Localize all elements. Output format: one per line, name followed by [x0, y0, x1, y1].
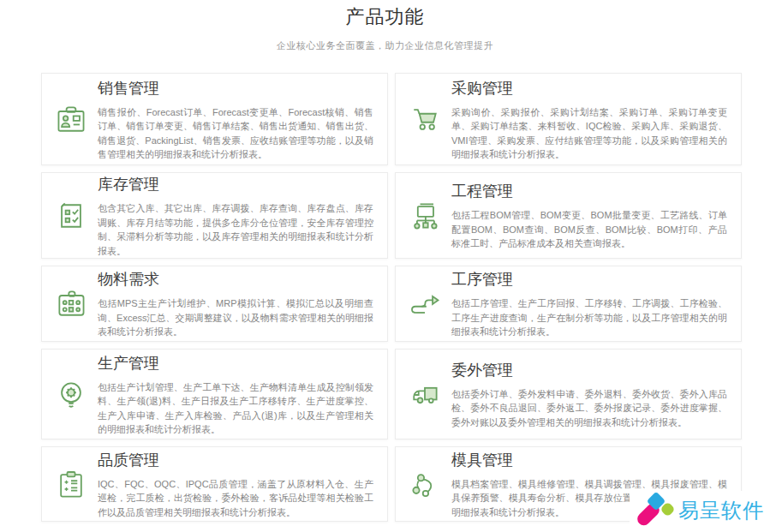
- hierarchy-icon: [408, 199, 442, 233]
- card-quality-management: 品质管理 IQC、FQC、OQC、IPQC品质管理，涵盖了从原材料入仓、生产巡检…: [41, 446, 388, 522]
- card-process-management: 工序管理 包括工序管理、生产工序回报、工序移转、工序调拨、工序检验、工序生产进度…: [395, 266, 742, 342]
- brand-logo-text: 易呈软件: [678, 497, 764, 524]
- calendar-icon: [54, 287, 88, 321]
- id-badge-icon: [54, 103, 88, 137]
- card-title: 采购管理: [451, 78, 727, 99]
- card-outsourcing-management: 委外管理 包括委外订单、委外发料申请、委外退料、委外收货、委外入库品检、委外不良…: [395, 349, 742, 439]
- feature-card-grid: 销售管理 销售报价、Forecast订单、Forecast变更单、Forecas…: [41, 73, 742, 522]
- bulb-gear-icon: [54, 378, 88, 412]
- card-purchase-management: 采购管理 采购询价、采购报价、采购计划结案、采购订单、采购订单变更单、采购订单结…: [395, 73, 742, 165]
- card-description: 包括生产计划管理、生产工单下达、生产物料清单生成及控制领发料、生产领(退)料、生…: [98, 380, 373, 437]
- card-title: 品质管理: [98, 450, 373, 470]
- card-inventory-management: 库存管理 包含其它入库、其它出库、库存调拨、库存查询、库存盘点、库存调账、库存月…: [41, 172, 388, 259]
- brand-logo: 易呈软件: [630, 491, 767, 530]
- card-description: 包括工程BOM管理、BOM变更、BOM批量变更、工艺路线、订单配置BOM、BOM…: [451, 208, 727, 251]
- card-description: 采购询价、采购报价、采购计划结案、采购订单、采购订单变更单、采购订单结案、来料暂…: [451, 105, 727, 162]
- card-material-requirements: 物料需求 包括MPS主生产计划维护、MRP模拟计算、模拟汇总以及明细查询、Exc…: [41, 266, 388, 342]
- page-header: 产品功能 企业核心业务全面覆盖，助力企业信息化管理提升: [0, 0, 770, 52]
- molecule-icon: [408, 468, 442, 502]
- card-sales-management: 销售管理 销售报价、Forecast订单、Forecast变更单、Forecas…: [41, 73, 388, 165]
- card-title: 模具管理: [451, 450, 727, 470]
- card-description: 包括委外订单、委外发料申请、委外退料、委外收货、委外入库品检、委外不良品退回、委…: [451, 387, 727, 430]
- checklist-icon: [54, 199, 88, 233]
- card-title: 销售管理: [98, 78, 373, 99]
- card-description: 包括工序管理、生产工序回报、工序移转、工序调拨、工序检验、工序生产进度查询，生产…: [451, 296, 727, 339]
- card-title: 物料需求: [98, 269, 373, 290]
- cart-icon: [408, 103, 442, 137]
- card-description: 销售报价、Forecast订单、Forecast变更单、Forecast核销、销…: [98, 105, 373, 162]
- card-description: IQC、FQC、OQC、IPQC品质管理，涵盖了从原材料入仓、生产巡检，完工质检…: [98, 477, 373, 520]
- card-title: 委外管理: [451, 360, 727, 380]
- card-description: 包含其它入库、其它出库、库存调拨、库存查询、库存盘点、库存调账、库存月结等功能，…: [98, 201, 373, 258]
- card-engineering-management: 工程管理 包括工程BOM管理、BOM变更、BOM批量变更、工艺路线、订单配置BO…: [395, 172, 742, 259]
- truck-icon: [408, 378, 442, 412]
- brand-logo-icon: [635, 493, 674, 528]
- card-description: 包括MPS主生产计划维护、MRP模拟计算、模拟汇总以及明细查询、Excess汇总…: [98, 296, 373, 339]
- card-title: 库存管理: [98, 174, 373, 194]
- card-title: 工程管理: [451, 181, 727, 201]
- page-subtitle: 企业核心业务全面覆盖，助力企业信息化管理提升: [0, 39, 770, 52]
- clipboard-icon: [54, 468, 88, 502]
- card-title: 生产管理: [98, 353, 373, 374]
- card-title: 工序管理: [451, 269, 727, 290]
- page-title: 产品功能: [0, 4, 770, 30]
- flow-arrows-icon: [408, 287, 442, 321]
- card-production-management: 生产管理 包括生产计划管理、生产工单下达、生产物料清单生成及控制领发料、生产领(…: [41, 349, 388, 439]
